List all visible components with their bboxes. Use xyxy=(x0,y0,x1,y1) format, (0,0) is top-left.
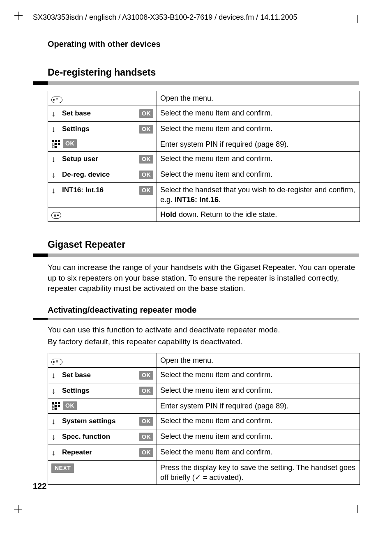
ok-badge: OK xyxy=(139,433,153,441)
arrow-down-icon: ↓ xyxy=(51,385,58,396)
section-rule xyxy=(33,254,359,257)
section-rule xyxy=(33,81,359,85)
procedure-table-2: Open the menu.↓Set baseOKSelect the menu… xyxy=(48,353,360,485)
procedure-desc-cell: Enter system PIN if required (page 89). xyxy=(157,399,360,413)
crop-mark-br xyxy=(357,505,366,513)
menu-item-label: Settings xyxy=(62,124,90,134)
menu-item-label: System settings xyxy=(62,417,115,426)
procedure-action-cell: ↓System settingsOK xyxy=(48,413,157,429)
procedure-action-cell: ↓Set baseOK xyxy=(48,106,157,121)
svg-rect-1 xyxy=(55,140,57,142)
procedure-action-cell: ↓Spec. functionOK xyxy=(48,429,157,445)
ok-badge: OK xyxy=(63,401,77,410)
procedure-desc-cell: Hold down. Return to the idle state. xyxy=(157,207,360,221)
ok-badge: OK xyxy=(139,125,153,134)
svg-rect-14 xyxy=(52,408,54,410)
menu-item-label: De-reg. device xyxy=(62,170,110,180)
menu-item-label: Set base xyxy=(62,371,91,380)
arrow-down-icon: ↓ xyxy=(51,185,58,196)
ok-badge: OK xyxy=(139,417,153,426)
procedure-action-cell xyxy=(48,91,157,106)
procedure-table-1: Open the menu.↓Set baseOKSelect the menu… xyxy=(48,91,360,221)
arrow-down-icon: ↓ xyxy=(51,370,58,381)
activating-p2: By factory default, this repeater capabi… xyxy=(48,336,359,347)
procedure-action-cell: ↓SettingsOK xyxy=(48,121,157,137)
procedure-action-cell xyxy=(48,353,157,368)
menu-item-label: Repeater xyxy=(62,448,92,457)
procedure-desc-cell: Select the handset that you wish to de-r… xyxy=(157,182,360,207)
procedure-action-cell: ↓Set baseOK xyxy=(48,368,157,383)
ok-badge: OK xyxy=(139,371,153,380)
crop-mark-tr xyxy=(357,12,366,20)
section-title-repeater: Gigaset Repeater xyxy=(48,238,359,251)
menu-item-label: Set base xyxy=(62,109,91,118)
procedure-desc-cell: Press the display key to save the settin… xyxy=(157,460,360,485)
svg-rect-0 xyxy=(52,140,54,142)
menu-item-label: Setup user xyxy=(62,154,98,164)
procedure-action-cell: ↓Setup userOK xyxy=(48,151,157,167)
procedure-desc-cell: Select the menu item and confirm. xyxy=(157,413,360,429)
procedure-action-cell: ↓SettingsOK xyxy=(48,383,157,399)
svg-rect-4 xyxy=(55,143,57,145)
procedure-desc-cell: Select the menu item and confirm. xyxy=(157,106,360,121)
breadcrumb: Operating with other devices xyxy=(48,39,359,50)
end-call-icon xyxy=(51,212,61,219)
activating-p1: You can use this function to activate an… xyxy=(48,325,359,335)
arrow-down-icon: ↓ xyxy=(51,431,58,443)
svg-rect-15 xyxy=(55,408,57,410)
crop-mark-tl xyxy=(18,12,27,20)
ok-badge: OK xyxy=(139,387,153,395)
subsection-rule xyxy=(33,318,359,320)
ok-badge: OK xyxy=(139,155,153,164)
procedure-action-cell xyxy=(48,207,157,221)
menu-item-label: INT16: Int.16 xyxy=(62,186,104,195)
menu-icon xyxy=(51,97,62,103)
procedure-desc-cell: Select the menu item and confirm. xyxy=(157,445,360,460)
svg-rect-7 xyxy=(55,146,57,148)
procedure-desc-cell: Select the menu item and confirm. xyxy=(157,429,360,445)
procedure-desc-cell: Select the menu item and confirm. xyxy=(157,368,360,383)
procedure-desc-cell: Select the menu item and confirm. xyxy=(157,383,360,399)
page-number: 122 xyxy=(33,481,46,492)
ok-badge: OK xyxy=(63,139,77,148)
procedure-desc-cell: Open the menu. xyxy=(157,91,360,106)
next-badge: NEXT xyxy=(51,463,74,473)
ok-badge: OK xyxy=(139,448,153,457)
svg-rect-11 xyxy=(52,405,54,407)
svg-rect-8 xyxy=(52,402,54,404)
menu-item-label: Spec. function xyxy=(62,432,110,442)
procedure-action-cell: ↓RepeaterOK xyxy=(48,445,157,460)
subsection-title-activating: Activating/deactivating repeater mode xyxy=(48,304,359,316)
svg-rect-13 xyxy=(58,405,60,407)
svg-rect-5 xyxy=(58,143,60,145)
ok-badge: OK xyxy=(139,186,153,195)
svg-rect-12 xyxy=(55,405,57,407)
svg-rect-2 xyxy=(58,140,60,142)
arrow-down-icon: ↓ xyxy=(51,108,58,119)
ok-badge: OK xyxy=(139,109,153,118)
svg-rect-3 xyxy=(52,143,54,145)
procedure-action-cell: NEXT xyxy=(48,460,157,485)
repeater-intro: You can increase the range of your hands… xyxy=(48,262,359,294)
keypad-icon xyxy=(51,139,60,148)
procedure-action-cell: OK xyxy=(48,399,157,413)
crop-mark-bl xyxy=(18,505,26,513)
menu-item-label: Settings xyxy=(62,386,90,396)
arrow-down-icon: ↓ xyxy=(51,154,58,165)
arrow-down-icon: ↓ xyxy=(51,124,58,135)
arrow-down-icon: ↓ xyxy=(51,169,58,180)
svg-rect-6 xyxy=(52,146,54,148)
menu-icon xyxy=(51,359,62,365)
svg-rect-10 xyxy=(58,402,60,404)
procedure-action-cell: ↓INT16: Int.16OK xyxy=(48,182,157,207)
arrow-down-icon: ↓ xyxy=(51,416,58,427)
procedure-desc-cell: Open the menu. xyxy=(157,353,360,368)
procedure-desc-cell: Select the menu item and confirm. xyxy=(157,151,360,167)
procedure-desc-cell: Enter system PIN if required (page 89). xyxy=(157,137,360,151)
svg-rect-9 xyxy=(55,402,57,404)
procedure-desc-cell: Select the menu item and confirm. xyxy=(157,167,360,182)
procedure-action-cell: ↓De-reg. deviceOK xyxy=(48,167,157,182)
ok-badge: OK xyxy=(139,171,153,179)
procedure-action-cell: OK xyxy=(48,137,157,151)
header-path: SX303/353isdn / englisch / A31008-X353-B… xyxy=(33,12,359,22)
